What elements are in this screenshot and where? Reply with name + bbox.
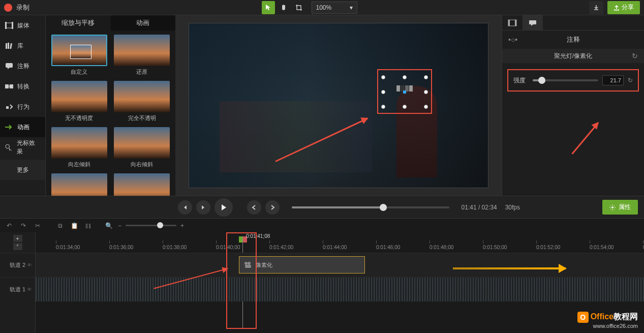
ruler-tick: 0:01:50;00 [483, 245, 507, 250]
tab-zoom-pan[interactable]: 缩放与平移 [46, 15, 111, 31]
svg-rect-1 [5, 22, 7, 29]
ruler-tick: 0:01:46;00 [376, 245, 400, 250]
track-row[interactable] [36, 277, 644, 301]
drag-handle-icon[interactable]: •○• [508, 36, 517, 44]
animation-item-tilt-right[interactable]: 向右倾斜 [113, 127, 172, 168]
slider-thumb-icon[interactable] [380, 204, 387, 211]
animation-thumbnail [114, 81, 170, 112]
left-sidebar: 媒体 库 注释 转换 行为 动画 光标效果 更多 [0, 15, 46, 196]
svg-point-15 [611, 206, 614, 208]
resize-handle-icon[interactable] [381, 75, 385, 79]
eye-icon[interactable]: 👁 [27, 262, 32, 268]
slider-thumb-icon[interactable] [538, 77, 545, 84]
animation-item-custom[interactable]: 自定义 [50, 35, 109, 76]
zoom-fit-button[interactable]: 🔍 [104, 221, 114, 231]
timeline-clip-pixelate[interactable]: 像素化 [239, 256, 365, 274]
intensity-value-input[interactable]: 21.7 [602, 75, 624, 85]
properties-button[interactable]: 属性 [602, 200, 638, 215]
canvas-area [175, 15, 502, 196]
timeline-ruler[interactable]: 0:01:41;08 0:01:34;00 0:01:36;00 0:01:38… [36, 232, 644, 253]
download-button[interactable] [589, 1, 603, 14]
play-button[interactable] [214, 198, 233, 217]
sidebar-item-label: 注释 [17, 62, 29, 71]
resize-handle-icon[interactable] [381, 90, 385, 94]
timeline-zoom-slider[interactable] [126, 225, 176, 226]
fps-display[interactable]: 30fps [505, 204, 520, 211]
resize-handle-icon[interactable] [381, 105, 385, 109]
animation-thumbnail [51, 127, 107, 159]
zoom-select[interactable]: 100% ▾ [312, 2, 357, 14]
animation-thumbnail [114, 127, 170, 159]
redo-button[interactable]: ↷ [18, 221, 28, 231]
resize-handle-icon[interactable] [424, 90, 428, 94]
record-indicator-icon[interactable] [4, 4, 12, 12]
sidebar-item-animations[interactable]: 动画 [0, 117, 45, 137]
sidebar-more-button[interactable]: 更多 [0, 160, 45, 180]
rotation-handle-icon[interactable] [403, 90, 406, 94]
sidebar-item-transitions[interactable]: 转换 [0, 76, 45, 97]
animation-thumbnail [51, 173, 107, 196]
sidebar-item-label: 动画 [17, 123, 29, 132]
resize-handle-icon[interactable] [424, 75, 428, 79]
reset-icon[interactable]: ↻ [632, 52, 638, 60]
prev-frame-button[interactable] [178, 200, 192, 215]
zoom-value: 100% [316, 4, 332, 11]
svg-rect-2 [12, 22, 13, 29]
track-header[interactable]: 轨道 1 👁 [0, 277, 35, 301]
paste-button[interactable]: 📋 [69, 221, 79, 231]
pointer-tool-button[interactable] [262, 1, 275, 14]
undo-button[interactable]: ↶ [4, 221, 14, 231]
pixelate-effect-object[interactable] [385, 79, 424, 105]
media-panel: 缩放与平移 动画 自定义 还原 无不透明度 完全不透明 向左倾斜 [46, 15, 175, 196]
next-marker-button[interactable] [265, 200, 280, 215]
animation-item-no-opacity[interactable]: 无不透明度 [50, 81, 109, 122]
animation-item-restore[interactable]: 还原 [113, 35, 172, 76]
resize-handle-icon[interactable] [424, 105, 428, 109]
resize-handle-icon[interactable] [403, 105, 407, 109]
playback-progress-slider[interactable] [292, 206, 449, 208]
chevron-down-icon: ▾ [350, 4, 353, 11]
ruler-tick: 0:01:48;00 [430, 245, 453, 250]
copy-button[interactable]: ⧉ [55, 221, 65, 231]
eye-icon[interactable]: 👁 [27, 287, 32, 292]
track-row[interactable]: 像素化 [36, 253, 644, 277]
hand-tool-button[interactable] [277, 1, 290, 14]
animation-item-full-opacity[interactable]: 完全不透明 [113, 81, 172, 122]
svg-rect-3 [6, 43, 7, 49]
add-track-button[interactable]: + [13, 235, 22, 242]
share-button[interactable]: 分享 [607, 1, 640, 14]
time-display: 01:41 / 02:34 [462, 204, 497, 211]
zoom-out-button[interactable]: − [118, 222, 121, 229]
animation-item-extra[interactable] [113, 173, 172, 196]
intensity-slider[interactable] [533, 79, 598, 81]
ruler-tick: 0:01:42;00 [269, 245, 293, 250]
record-label[interactable]: 录制 [16, 3, 29, 12]
zoom-in-button[interactable]: + [180, 222, 184, 229]
sidebar-item-annotations[interactable]: 注释 [0, 56, 45, 76]
svg-rect-9 [6, 106, 9, 109]
preview-canvas[interactable] [189, 23, 488, 188]
sidebar-item-behaviors[interactable]: 行为 [0, 97, 45, 117]
animation-item-tilt-left[interactable]: 向左倾斜 [50, 127, 109, 168]
next-frame-button[interactable] [196, 200, 210, 215]
prev-marker-button[interactable] [247, 200, 261, 215]
sidebar-item-media[interactable]: 媒体 [0, 15, 45, 36]
slider-thumb-icon[interactable] [157, 222, 163, 228]
reset-icon[interactable]: ↻ [628, 77, 633, 84]
tab-animations[interactable]: 动画 [111, 15, 176, 31]
properties-tab-annotation[interactable] [523, 15, 543, 30]
ruler-tick: 0:01:54;00 [590, 245, 614, 250]
animation-item-extra[interactable] [50, 173, 109, 196]
cut-button[interactable]: ✂ [33, 221, 43, 231]
split-button[interactable]: ⫿⫿ [83, 221, 94, 231]
svg-point-16 [244, 262, 248, 265]
sidebar-item-cursor-effects[interactable]: 光标效果 [0, 137, 45, 158]
properties-tab-video[interactable] [502, 15, 523, 30]
properties-subheader: 聚光灯/像素化 ↻ [502, 49, 644, 63]
sidebar-item-library[interactable]: 库 [0, 36, 45, 56]
sidebar-item-label: 库 [17, 42, 23, 50]
resize-handle-icon[interactable] [403, 75, 407, 79]
collapse-tracks-button[interactable]: ˅ [13, 243, 22, 250]
crop-tool-button[interactable] [292, 1, 305, 14]
track-header[interactable]: 轨道 2 👁 [0, 253, 35, 277]
